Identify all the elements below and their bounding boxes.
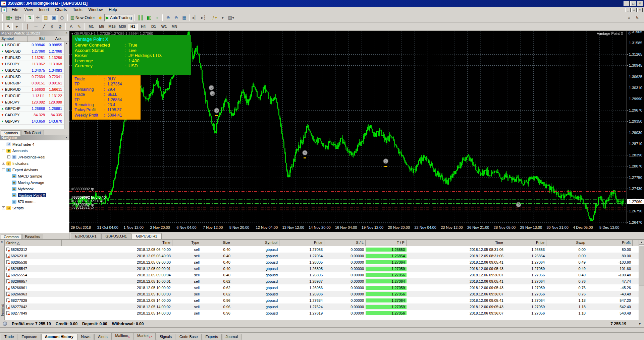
time-label[interactable]: 23 Nov 12:00 [441,225,463,229]
arrows-button[interactable]: ✎ [75,23,83,30]
column-header-sl[interactable]: S / L [324,240,366,246]
history-row-68265538[interactable]: 682655382018.12.05 09:00:00sell0.40gbpus… [5,259,644,265]
column-header-symbol[interactable]: Symbol [232,240,279,246]
nav-item-macd-sample[interactable]: ◆MACD Sample [0,173,69,179]
market-watch-close-icon[interactable]: × [65,31,67,36]
market-watch-toggle[interactable]: ⇅ [26,14,34,21]
market-watch-scrollbar[interactable]: ▲ [64,42,69,129]
timeframe-m30-button[interactable]: M30 [117,23,127,30]
market-watch-row-eurusd[interactable]: ▼EURUSD1.132811.13286 [0,55,69,61]
navigator-toggle[interactable]: ▧ [42,14,50,21]
line-chart-button[interactable]: ≈ [153,14,161,21]
time-label[interactable]: 2 Nov 20:00 [150,225,170,229]
menu-item-charts[interactable]: Charts [52,7,70,13]
time-label[interactable]: 4 Dec 05:00 [573,225,593,229]
toolbar-grip2[interactable] [2,23,3,30]
terminal-tab-experts[interactable]: Experts [202,334,222,340]
time-label[interactable]: 19 Nov 12:00 [362,225,383,229]
crosshair-button[interactable]: + [13,23,21,30]
column-header-price[interactable]: Price [279,240,324,246]
history-row-68277029[interactable]: 682770292018.12.05 14:00:00sell0.96gbpus… [5,297,644,303]
zoom-in-button[interactable]: ⊕ [164,14,172,21]
zoom-out-button[interactable]: ⊖ [172,14,180,21]
history-row-68266957[interactable]: 682669572018.12.05 10:00:01sell0.62gbpus… [5,278,644,284]
timeframe-d1-button[interactable]: D1 [149,23,159,30]
expand-icon[interactable]: + [2,206,5,209]
nav-item-vantage-point-x[interactable]: ◆Vantage Point X [0,192,69,198]
time-label[interactable]: 28 Nov 05:00 [494,225,516,229]
column-header-type[interactable]: Type [172,240,201,246]
tab-favorites[interactable]: Favorites [22,234,43,239]
expand-icon[interactable]: + [2,162,5,165]
nav-item-873-more-[interactable]: ◍873 more... [0,198,69,205]
indicators-button[interactable]: ƒ+ [211,14,219,21]
tab-common[interactable]: Common [1,234,22,240]
new-order-button[interactable]: ▥New Order [69,14,96,21]
collapse-icon[interactable]: - [2,149,5,152]
time-label[interactable]: 22 Nov 04:00 [414,225,436,229]
time-label[interactable]: 14 Nov 20:00 [309,225,330,229]
time-label[interactable]: 20 Nov 20:00 [388,225,410,229]
close-button[interactable]: × [637,1,643,6]
nav-item-indicators[interactable]: +ƒIndicators [0,160,69,166]
time-label[interactable]: 5 Dec 13:00 [599,225,619,229]
terminal-tab-journal[interactable]: Journal [222,334,241,340]
fibonacci-button[interactable]: 𝔉 [56,23,64,30]
history-row-68266961[interactable]: 682669612018.12.05 10:00:02sell0.62gbpus… [5,284,644,291]
terminal-tab-alerts[interactable]: Alerts [94,334,111,340]
search-icon[interactable]: ⌕ [625,14,633,21]
nav-item-accounts[interactable]: -⚉Accounts [0,147,69,154]
periods-button[interactable]: ▾ [219,14,227,21]
chart-tab-1[interactable]: GBPUSD,H1 [101,233,131,239]
timeframe-m5-button[interactable]: M5 [97,23,107,30]
channel-button[interactable]: ⫻ [48,23,56,30]
history-row-68265547[interactable]: 682655472018.12.05 09:00:01sell0.40gbpus… [5,265,644,272]
terminal-tab-news[interactable]: News [77,334,94,340]
timeframe-mn-button[interactable]: MN [169,23,179,30]
time-label[interactable]: 29 Oct 2018 [71,225,91,229]
terminal-tab-account-history[interactable]: Account History [41,334,77,340]
toolbar-grip[interactable] [2,14,3,21]
terminal-tab-mailbox[interactable]: Mailbox6 [111,333,133,340]
vline-button[interactable]: │ [24,23,32,30]
column-header-order[interactable]: Order △ [5,240,62,246]
market-watch-row-eurchf[interactable]: ▼EURCHF1.131111.13122 [0,93,69,99]
time-label[interactable]: 26 Nov 21:00 [467,225,489,229]
pointer-icon[interactable]: ↳ [633,14,641,21]
column-ask[interactable]: Ask [46,36,63,42]
column-header-swap[interactable]: Swap [546,240,587,246]
timeframe-h1-button[interactable]: H1 [128,23,138,30]
terminal-close-icon[interactable]: × [1,240,3,244]
nav-item-myfxbook[interactable]: ◆Myfxbook [0,186,69,192]
terminal-tab-trade[interactable]: Trade [1,334,17,340]
menu-item-help[interactable]: Help [106,7,120,13]
menu-item-insert[interactable]: Insert [36,7,52,13]
market-watch-row-gbpjpy[interactable]: ▲GBPJPY143.659143.670 [0,118,69,125]
column-header-profit[interactable]: Profit [587,240,633,246]
timeframe-w1-button[interactable]: W1 [159,23,169,30]
time-label[interactable]: 7 Nov 12:00 [203,225,223,229]
market-watch-row-euraud[interactable]: ▼EURAUD1.566001.56611 [0,86,69,93]
column-header-size[interactable]: Size [201,240,232,246]
history-row-68277049[interactable]: 682770492018.12.05 14:00:03sell0.96gbpus… [5,310,644,316]
time-label[interactable]: 12 Nov 04:00 [256,225,278,229]
history-row-68266963[interactable]: 682669632018.12.05 10:00:03sell0.62gbpus… [5,291,644,297]
column-header-price2[interactable]: Price [505,240,546,246]
terminal-tab-signals[interactable]: Signals [156,334,175,340]
time-label[interactable]: 29 Nov 13:00 [520,225,542,229]
child-minimize-button[interactable]: _ [625,8,631,12]
market-watch-row-eurgbp[interactable]: ▼EURGBP0.891510.89161 [0,80,69,86]
time-label[interactable]: 31 Oct 04:00 [97,225,118,229]
time-label[interactable]: 30 Nov 21:00 [546,225,568,229]
history-row-68265554[interactable]: 682655542018.12.05 09:00:04sell0.40gbpus… [5,272,644,278]
menu-item-tools[interactable]: Tools [70,7,86,13]
cursor-button[interactable]: ↖ [5,23,13,30]
market-watch-row-usdjpy[interactable]: ▼USDJPY113.062113.068 [0,61,69,67]
history-row-68262312[interactable]: 682623122018.12.05 06:40:00sell0.40gbpus… [5,246,644,253]
time-label[interactable]: 6 Nov 04:00 [176,225,196,229]
column-symbol[interactable]: Symbol [0,36,28,42]
terminal-tab-exposure[interactable]: Exposure [18,334,41,340]
market-watch-row-usdcad[interactable]: ▲USDCAD1.340751.34083 [0,67,69,74]
chart-tab-0[interactable]: EURUSD,H1 [71,233,101,239]
hline-button[interactable]: ─ [32,23,40,30]
